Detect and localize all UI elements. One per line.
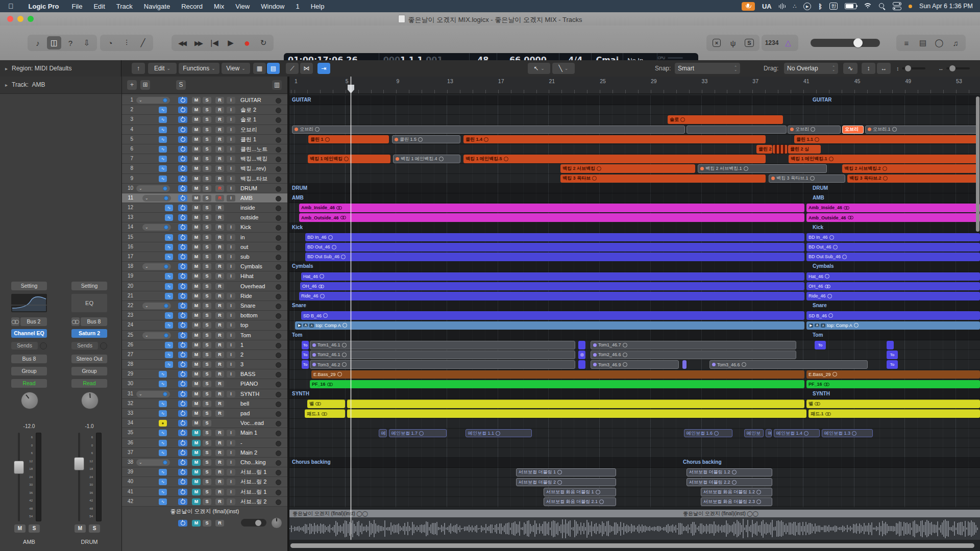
track-on-off-button[interactable] [178, 361, 187, 368]
region-Ride_46[interactable]: Ride_46 [299, 292, 804, 300]
record-enable-button[interactable]: R [215, 440, 224, 446]
record-enable-button[interactable]: R [215, 459, 224, 466]
track-row-9[interactable]: 9∿MSRI백킹...타브 [122, 174, 287, 184]
volume-fader[interactable]: 6 0 6 12 18 24 30 36 42 48 54 [71, 433, 107, 521]
solo-button[interactable]: S [203, 440, 211, 446]
record-enable-button[interactable]: R [215, 430, 224, 436]
search-icon[interactable] [879, 3, 886, 10]
track-on-off-button[interactable] [178, 469, 187, 475]
mute-button[interactable]: M [192, 205, 201, 211]
horizontal-auto-zoom-icon[interactable]: ↔ [877, 63, 891, 74]
track-on-off-button[interactable] [178, 185, 187, 192]
solo-button[interactable]: S [203, 303, 211, 309]
track-name[interactable]: Cymbals [240, 262, 262, 271]
track-on-off-button[interactable] [178, 293, 187, 299]
mute-button[interactable]: M [192, 469, 201, 475]
track-row-4[interactable]: 4∿MSRI오브리 [122, 125, 287, 135]
solo-button[interactable]: S [203, 273, 211, 280]
record-enable-button[interactable]: R [215, 214, 224, 221]
wifi-icon[interactable] [864, 3, 872, 9]
track-row-34[interactable]: 34●MSVoc...ead [122, 418, 287, 428]
solo-button[interactable]: S [203, 176, 211, 182]
input-monitor-button[interactable]: I [227, 254, 235, 260]
automation-mode-button[interactable]: Read [71, 379, 107, 388]
record-enable-button[interactable]: R [215, 136, 224, 143]
track-name[interactable]: 2 [240, 350, 243, 360]
track-name[interactable]: 솔로 1 [240, 115, 256, 124]
region-클린 1[interactable]: 클린 1 [308, 135, 389, 144]
region-서브보컬 더블링 1[interactable]: 서브보컬 더블링 1 [516, 468, 616, 477]
master-volume-slider[interactable] [811, 39, 880, 47]
input-monitor-button[interactable]: I [227, 498, 235, 505]
download-icon[interactable]: ⇩ [80, 36, 94, 49]
track-row-25[interactable]: 25⌄MSRITom [122, 331, 287, 340]
snap-select[interactable]: Smart⌃⌄ [675, 63, 740, 74]
solo-button[interactable]: S [203, 410, 211, 417]
solo-button[interactable]: S [203, 498, 211, 505]
track-row-37[interactable]: 37∿MSRIMain 2 [122, 448, 287, 458]
solo-button[interactable]: S [203, 263, 211, 270]
input-monitor-button[interactable]: I [227, 449, 235, 456]
track-row-42[interactable]: 42∿MSRI서브...링 2 [122, 497, 287, 507]
region[interactable] [347, 409, 806, 418]
mute-button[interactable]: M [192, 479, 201, 485]
korean-input-icon[interactable]: 한 [829, 3, 838, 10]
mute-button[interactable]: M [192, 116, 201, 123]
track-name[interactable]: inside [240, 203, 255, 213]
menu-item-logic-pro[interactable]: Logic Pro [29, 3, 59, 10]
record-enable-button[interactable]: R [215, 107, 224, 113]
input-monitor-button[interactable]: I [227, 156, 235, 162]
input-monitor-button[interactable]: I [227, 352, 235, 358]
region-To[interactable]: To [887, 350, 898, 359]
track-name[interactable]: Snare [240, 301, 255, 311]
track-name[interactable]: Hihat [240, 271, 254, 281]
go-to-beginning-icon[interactable]: |◀ [207, 36, 222, 49]
record-enable-button[interactable]: R [215, 381, 224, 387]
track-row-30[interactable]: 30∿MSRPIANO [122, 379, 287, 389]
region-벨[interactable]: 벨 [806, 399, 980, 408]
region-메인보컬 1.6[interactable]: 메인보컬 1.6 [684, 429, 732, 438]
note-pads-icon[interactable]: ▤ [916, 36, 930, 49]
track-row-32[interactable]: 32∿MSRbell [122, 399, 287, 409]
record-enable-button[interactable]: R [215, 146, 224, 153]
solo-button[interactable]: S [203, 107, 211, 113]
solo-button[interactable]: S [203, 97, 211, 104]
channel-setting-button[interactable]: Setting [71, 282, 107, 290]
solo-button[interactable]: S [203, 430, 211, 436]
input-monitor-button[interactable]: I [227, 371, 235, 378]
track-on-off-button[interactable] [178, 127, 187, 133]
track-name[interactable]: PIANO [240, 379, 258, 389]
menu-item-record[interactable]: Record [181, 3, 203, 10]
solo-button[interactable]: S [203, 352, 211, 358]
solo-button[interactable]: S [203, 400, 211, 407]
solo-badge-icon[interactable]: S [742, 36, 756, 49]
solo-button[interactable]: S [203, 391, 211, 397]
track-on-off-button[interactable] [178, 116, 187, 123]
mute-button[interactable]: M [192, 127, 201, 133]
region-Amb_Outside_46[interactable]: Amb_Outside_46 [299, 213, 804, 222]
nudge-up-button[interactable]: ↑ [132, 63, 145, 74]
region-메인보컬 1.3[interactable]: 메인보컬 1.3 [822, 429, 873, 438]
track-row-15[interactable]: 15∿MSRIin [122, 233, 287, 242]
record-enable-button[interactable]: R [215, 116, 224, 123]
solo-button[interactable]: S [203, 332, 211, 339]
track-name[interactable]: Kick [240, 222, 251, 232]
input-monitor-button[interactable]: I [227, 224, 235, 231]
track-on-off-button[interactable] [178, 440, 187, 446]
region-서브보컬 화음 더블링 2.3[interactable]: 서브보컬 화음 더블링 2.3 [701, 497, 772, 506]
metronome-icon[interactable]: △ [781, 36, 795, 49]
apple-loops-icon[interactable]: ◯ [932, 36, 946, 49]
eq-thumbnail[interactable] [11, 294, 47, 312]
duplicate-track-button[interactable]: ⊞ [140, 80, 150, 90]
track-name[interactable]: 백킹...백킹 [240, 154, 267, 164]
track-name[interactable]: outside [240, 213, 258, 222]
region-클린 1.5[interactable]: 클린 1.5 [392, 135, 460, 144]
count-in-icon[interactable]: ◔ [103, 36, 117, 49]
region[interactable] [682, 360, 687, 369]
region[interactable] [578, 360, 585, 369]
track-row-2[interactable]: 2∿MSRI솔로 2 [122, 105, 287, 115]
record-enable-button[interactable]: R [215, 449, 224, 456]
track-on-off-button[interactable] [178, 195, 187, 202]
input-monitor-button[interactable]: I [227, 342, 235, 348]
region-벨[interactable]: 벨 [307, 399, 345, 408]
